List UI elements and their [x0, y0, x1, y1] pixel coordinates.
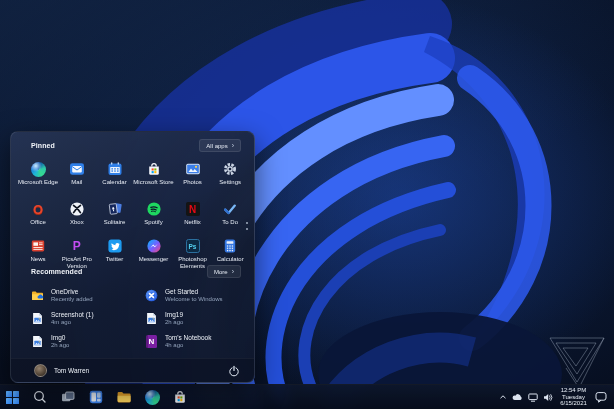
pinned-page-dots[interactable]	[246, 222, 248, 230]
recommended-item-toms-notebook[interactable]: N Tom's Notebook4h ago	[145, 330, 245, 353]
chevron-up-icon	[499, 393, 507, 401]
picsart-icon: P	[69, 238, 85, 254]
taskbar: 12:54 PM Tuesday 6/15/2021	[0, 384, 614, 409]
windows-logo-icon	[6, 391, 19, 404]
edge-icon	[30, 161, 46, 177]
recommended-subtitle: Welcome to Windows	[165, 296, 223, 303]
task-view-button[interactable]	[60, 389, 76, 405]
pinned-app-solitaire[interactable]: Solitaire	[96, 195, 134, 232]
recommended-title: Screenshot (1)	[51, 311, 94, 319]
user-profile-button[interactable]: Tom Warren	[11, 358, 254, 382]
pinned-app-xbox[interactable]: Xbox	[58, 195, 96, 232]
store-icon	[172, 389, 188, 405]
recommended-header: Recommended	[31, 268, 82, 275]
app-label: Microsoft Store	[133, 179, 173, 186]
tray-overflow-button[interactable]	[498, 389, 507, 405]
recommended-subtitle: Recently added	[51, 296, 93, 303]
clock[interactable]: 12:54 PM Tuesday 6/15/2021	[557, 387, 590, 407]
mail-icon	[69, 161, 85, 177]
app-label: Solitaire	[104, 219, 126, 226]
pinned-app-microsoft-edge[interactable]: Microsoft Edge	[18, 155, 58, 195]
avatar	[34, 364, 47, 377]
recommended-item-img0[interactable]: Img02h ago	[31, 330, 145, 353]
power-icon	[228, 365, 240, 377]
folder-icon	[116, 389, 132, 405]
pinned-app-photoshop-elements[interactable]: Ps Photoshop Elements	[174, 232, 212, 276]
app-label: Microsoft Edge	[18, 179, 58, 186]
pinned-app-microsoft-store[interactable]: Microsoft Store	[133, 155, 173, 195]
app-label: To Do	[222, 219, 238, 226]
xbox-icon	[69, 201, 85, 217]
photoshop-elements-icon: Ps	[186, 239, 200, 253]
all-apps-button[interactable]: All apps ›	[199, 139, 241, 152]
recommended-subtitle: 2h ago	[51, 342, 69, 349]
get-started-icon	[145, 289, 158, 302]
search-button[interactable]	[32, 389, 48, 405]
recommended-title: Img0	[51, 334, 69, 342]
pinned-app-netflix[interactable]: N Netflix	[174, 195, 212, 232]
recommended-item-onedrive[interactable]: OneDriveRecently added	[31, 284, 145, 307]
notification-center-button[interactable]	[594, 389, 608, 405]
pinned-app-mail[interactable]: Mail	[58, 155, 96, 195]
calendar-icon	[107, 161, 123, 177]
file-explorer-button[interactable]	[116, 389, 132, 405]
speaker-icon	[543, 393, 553, 402]
network-icon	[528, 393, 538, 402]
pinned-app-calendar[interactable]: Calendar	[96, 155, 134, 195]
store-icon	[146, 161, 162, 177]
start-button[interactable]	[4, 389, 20, 405]
app-label: Messenger	[139, 256, 169, 263]
edge-icon	[145, 390, 160, 405]
spotify-icon	[146, 201, 162, 217]
edge-button[interactable]	[144, 389, 160, 405]
volume-button[interactable]	[542, 389, 553, 405]
chevron-right-icon: ›	[232, 143, 234, 149]
photos-icon	[185, 161, 201, 177]
messenger-bolt-icon	[146, 238, 162, 254]
pinned-app-spotify[interactable]: Spotify	[133, 195, 173, 232]
app-label: Mail	[71, 179, 82, 186]
widgets-button[interactable]	[88, 389, 104, 405]
office-icon: O	[30, 201, 46, 217]
pinned-app-photos[interactable]: Photos	[174, 155, 212, 195]
recommended-item-get-started[interactable]: Get StartedWelcome to Windows	[145, 284, 245, 307]
news-icon	[30, 238, 46, 254]
network-button[interactable]	[527, 389, 538, 405]
app-label: Calendar	[102, 179, 126, 186]
gear-icon	[222, 161, 238, 177]
taskbar-buttons	[4, 385, 188, 409]
image-file-icon	[145, 312, 158, 325]
recommended-title: OneDrive	[51, 288, 93, 296]
more-button[interactable]: More ›	[207, 265, 241, 278]
recommended-item-screenshot[interactable]: Screenshot (1)4m ago	[31, 307, 145, 330]
app-label: Photoshop Elements	[177, 256, 209, 270]
onedrive-tray-button[interactable]	[511, 389, 523, 405]
desktop: Pinned All apps › Microsoft Edge Mail	[0, 0, 614, 409]
calculator-icon	[222, 238, 238, 254]
app-label: News	[31, 256, 46, 263]
pinned-app-to-do[interactable]: To Do	[211, 195, 249, 232]
store-button[interactable]	[172, 389, 188, 405]
app-label: Settings	[219, 179, 241, 186]
widgets-icon	[88, 389, 104, 405]
clock-date: 6/15/2021	[557, 400, 590, 407]
recommended-subtitle: 4m ago	[51, 319, 94, 326]
app-label: Spotify	[144, 219, 162, 226]
onedrive-folder-icon	[31, 290, 44, 301]
recommended-title: Img19	[165, 311, 183, 319]
chevron-right-icon: ›	[232, 269, 234, 275]
cloud-icon	[512, 393, 523, 401]
pinned-app-settings[interactable]: Settings	[211, 155, 249, 195]
user-name: Tom Warren	[54, 367, 89, 374]
recommended-title: Get Started	[165, 288, 223, 296]
twitter-bird-icon	[107, 238, 123, 254]
pinned-app-office[interactable]: O Office	[18, 195, 58, 232]
solitaire-cards-icon	[107, 201, 123, 217]
recommended-subtitle: 4h ago	[165, 342, 211, 349]
power-button[interactable]	[228, 365, 240, 377]
recommended-item-img19[interactable]: Img192h ago	[145, 307, 245, 330]
more-label: More	[214, 269, 228, 275]
pinned-app-twitter[interactable]: Twitter	[96, 232, 134, 276]
pinned-app-messenger[interactable]: Messenger	[133, 232, 173, 276]
search-icon	[32, 389, 48, 405]
